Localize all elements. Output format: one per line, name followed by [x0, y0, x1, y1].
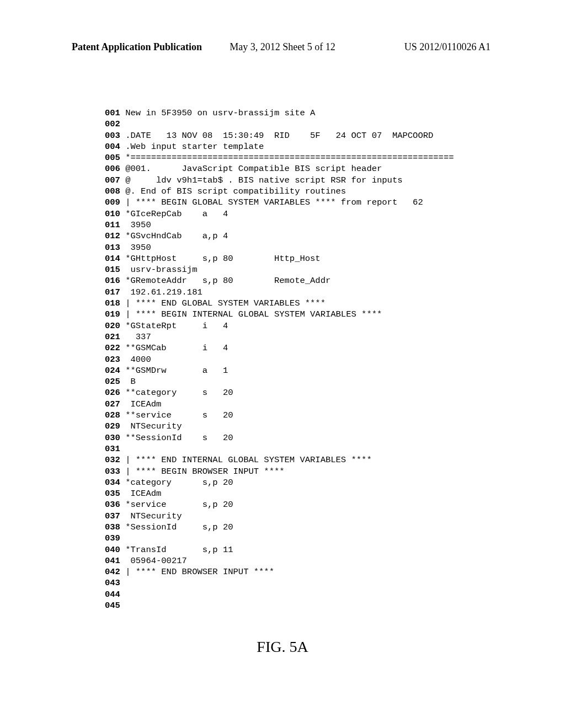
line-number: 011	[105, 220, 120, 230]
line-content: *GSvcHndCab a,p 4	[120, 231, 228, 241]
line-content: New in 5F3950 on usrv-brassijm site A	[120, 108, 315, 118]
line-content: **GSMCab i 4	[120, 343, 228, 353]
line-number: 032	[105, 455, 120, 465]
line-number: 021	[105, 332, 120, 342]
code-line: 032 | **** END INTERNAL GLOBAL SYSTEM VA…	[105, 454, 454, 465]
figure-label: FIG. 5A	[0, 638, 565, 656]
code-line: 037 NTSecurity	[105, 511, 454, 522]
line-content: usrv-brassijm	[120, 265, 198, 275]
code-line: 026 **category s 20	[105, 387, 454, 398]
line-number: 041	[105, 556, 120, 566]
line-content: 192.61.219.181	[120, 287, 202, 297]
line-content: @001. JavaScript Compatible BIS script h…	[120, 164, 382, 174]
code-line: 029 NTSecurity	[105, 421, 454, 432]
line-content: *service s,p 20	[120, 500, 233, 510]
line-number: 035	[105, 489, 120, 499]
code-line: 031	[105, 443, 454, 454]
code-line: 022 **GSMCab i 4	[105, 342, 454, 354]
line-content: .DATE 13 NOV 08 15:30:49 RID 5F 24 OCT 0…	[120, 131, 433, 141]
line-content: 05964-00217	[120, 556, 187, 566]
line-number: 043	[105, 578, 120, 588]
code-line: 013 3950	[105, 242, 454, 253]
line-number: 017	[105, 287, 120, 297]
line-number: 013	[105, 243, 120, 253]
line-number: 040	[105, 545, 120, 555]
code-line: 007 @ ldv v9h1=tab$ . BIS native script …	[105, 175, 454, 186]
code-line: 035 ICEAdm	[105, 488, 454, 499]
line-content: ICEAdm	[120, 489, 161, 499]
code-line: 027 ICEAdm	[105, 399, 454, 410]
code-listing: 001 New in 5F3950 on usrv-brassijm site …	[105, 108, 454, 611]
line-content: @. End of BIS script compatibility routi…	[120, 186, 346, 196]
line-number: 001	[105, 108, 120, 118]
code-line: 008 @. End of BIS script compatibility r…	[105, 186, 454, 197]
code-line: 016 *GRemoteAddr s,p 80 Remote_Addr	[105, 275, 454, 286]
line-content: 3950	[120, 243, 151, 253]
line-number: 044	[105, 590, 120, 599]
line-number: 038	[105, 522, 120, 532]
line-content: *GHttpHost s,p 80 Http_Host	[120, 254, 321, 264]
code-line: 018 | **** END GLOBAL SYSTEM VARIABLES *…	[105, 298, 454, 309]
line-number: 029	[105, 421, 120, 431]
line-content: @ ldv v9h1=tab$ . BIS native script RSR …	[120, 175, 403, 185]
line-number: 024	[105, 366, 120, 376]
line-content: *GStateRpt i 4	[120, 321, 228, 331]
line-content: *GIceRepCab a 4	[120, 209, 228, 219]
code-line: 001 New in 5F3950 on usrv-brassijm site …	[105, 108, 454, 119]
line-content: | **** BEGIN GLOBAL SYSTEM VARIABLES ***…	[120, 197, 423, 207]
code-line: 044	[105, 589, 454, 600]
code-line: 019 | **** BEGIN INTERNAL GLOBAL SYSTEM …	[105, 309, 454, 320]
line-number: 034	[105, 478, 120, 488]
code-line: 010 *GIceRepCab a 4	[105, 208, 454, 220]
line-content: | **** BEGIN BROWSER INPUT ****	[120, 467, 285, 477]
code-line: 040 *TransId s,p 11	[105, 544, 454, 555]
code-line: 043	[105, 577, 454, 588]
code-line: 020 *GStateRpt i 4	[105, 320, 454, 331]
line-content: NTSecurity	[120, 511, 182, 521]
line-number: 036	[105, 500, 120, 510]
code-line: 015 usrv-brassijm	[105, 264, 454, 275]
code-line: 036 *service s,p 20	[105, 499, 454, 510]
line-number: 033	[105, 467, 120, 477]
code-line: 039	[105, 533, 454, 544]
line-number: 004	[105, 142, 120, 152]
line-content: *SessionId s,p 20	[120, 522, 233, 532]
line-number: 008	[105, 186, 120, 196]
line-content: *category s,p 20	[120, 478, 233, 488]
code-line: 028 **service s 20	[105, 410, 454, 421]
code-line: 009 | **** BEGIN GLOBAL SYSTEM VARIABLES…	[105, 197, 454, 208]
code-line: 021 337	[105, 331, 454, 342]
line-content: B	[120, 377, 136, 387]
line-content: *TransId s,p 11	[120, 545, 233, 555]
line-content: *=======================================…	[120, 153, 454, 163]
line-number: 010	[105, 209, 120, 219]
line-content: | **** END GLOBAL SYSTEM VARIABLES ****	[120, 298, 326, 308]
line-content: NTSecurity	[120, 421, 182, 431]
line-content: *GRemoteAddr s,p 80 Remote_Addr	[120, 276, 331, 286]
line-number: 009	[105, 197, 120, 207]
line-content: **category s 20	[120, 388, 233, 398]
line-number: 020	[105, 321, 120, 331]
code-line: 005 *===================================…	[105, 152, 454, 163]
line-number: 042	[105, 567, 120, 577]
line-content: | **** BEGIN INTERNAL GLOBAL SYSTEM VARI…	[120, 309, 382, 319]
line-number: 028	[105, 410, 120, 420]
line-content: ICEAdm	[120, 399, 161, 409]
code-line: 030 **SessionId s 20	[105, 432, 454, 443]
line-content: 4000	[120, 355, 151, 365]
code-line: 006 @001. JavaScript Compatible BIS scri…	[105, 163, 454, 174]
code-line: 033 | **** BEGIN BROWSER INPUT ****	[105, 466, 454, 477]
line-content: **GSMDrw a 1	[120, 366, 228, 376]
line-number: 025	[105, 377, 120, 387]
code-line: 014 *GHttpHost s,p 80 Http_Host	[105, 253, 454, 264]
code-line: 023 4000	[105, 354, 454, 365]
code-line: 012 *GSvcHndCab a,p 4	[105, 231, 454, 242]
line-content: | **** END INTERNAL GLOBAL SYSTEM VARIAB…	[120, 455, 372, 465]
code-line: 011 3950	[105, 220, 454, 231]
line-content: 3950	[120, 220, 151, 230]
code-line: 038 *SessionId s,p 20	[105, 522, 454, 533]
line-number: 012	[105, 231, 120, 241]
line-number: 026	[105, 388, 120, 398]
line-number: 037	[105, 511, 120, 521]
line-number: 016	[105, 276, 120, 286]
